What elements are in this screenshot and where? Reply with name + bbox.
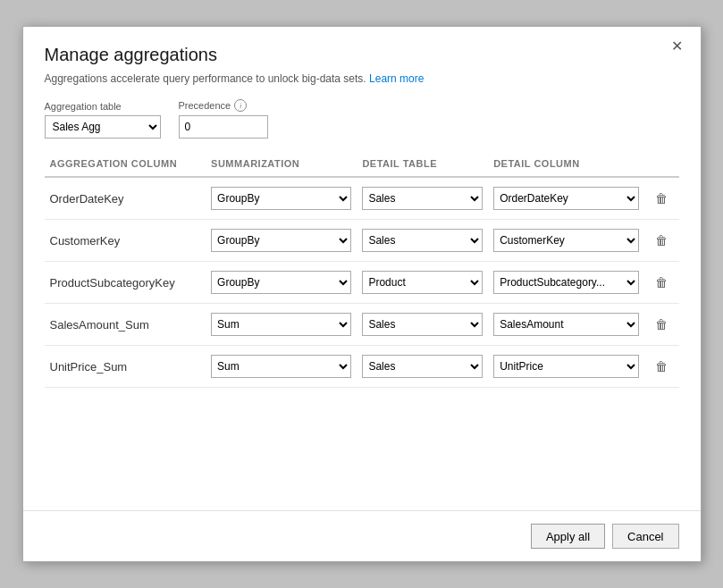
table-row: OrderDateKeyGroupBySumCountMinMaxAverage… bbox=[45, 177, 679, 220]
table-row: ProductSubcategoryKeyGroupBySumCountMinM… bbox=[45, 262, 679, 304]
dialog-subtitle: Aggregations accelerate query performanc… bbox=[45, 72, 679, 85]
agg-table-field: Aggregation table Sales Agg bbox=[45, 101, 161, 139]
summarization-select[interactable]: GroupBySumCountMinMaxAverage bbox=[211, 187, 351, 210]
agg-column-name: CustomerKey bbox=[50, 234, 121, 248]
delete-row-button[interactable]: 🗑 bbox=[652, 315, 671, 333]
detail-column-select[interactable]: UnitPriceOrderDateKeyCustomerKeySalesAmo… bbox=[493, 355, 639, 378]
table-scroll: AGGREGATION COLUMN SUMMARIZATION DETAIL … bbox=[45, 151, 679, 503]
agg-column-name: ProductSubcategoryKey bbox=[50, 276, 175, 290]
detail-column-select[interactable]: SalesAmountOrderDateKeyCustomerKeySalesA… bbox=[493, 313, 639, 336]
detail-table-select[interactable]: SalesProduct bbox=[362, 355, 483, 378]
precedence-field: Precedence i bbox=[179, 99, 268, 139]
dialog-header: Manage aggregations Aggregations acceler… bbox=[23, 27, 701, 99]
apply-all-button[interactable]: Apply all bbox=[531, 524, 605, 549]
detail-column-select[interactable]: OrderDateKeyOrderDateKeyCustomerKeySales… bbox=[493, 187, 639, 210]
table-container: AGGREGATION COLUMN SUMMARIZATION DETAIL … bbox=[23, 151, 701, 503]
detail-column-select[interactable]: CustomerKeyOrderDateKeyCustomerKeySalesA… bbox=[493, 229, 639, 252]
summarization-select[interactable]: GroupBySumCountMinMaxAverage bbox=[211, 313, 351, 336]
table-row: UnitPrice_SumGroupBySumCountMinMaxAverag… bbox=[45, 346, 679, 388]
header-agg-col: AGGREGATION COLUMN bbox=[45, 151, 206, 177]
summarization-select[interactable]: GroupBySumCountMinMaxAverage bbox=[211, 355, 351, 378]
aggregations-table: AGGREGATION COLUMN SUMMARIZATION DETAIL … bbox=[45, 151, 679, 388]
precedence-label: Precedence bbox=[179, 100, 231, 111]
header-detail-table: DETAIL TABLE bbox=[357, 151, 488, 177]
header-summarization: SUMMARIZATION bbox=[206, 151, 357, 177]
detail-table-select[interactable]: SalesProduct bbox=[362, 313, 483, 336]
learn-more-link[interactable]: Learn more bbox=[369, 72, 424, 85]
precedence-input[interactable] bbox=[179, 115, 268, 139]
detail-table-select[interactable]: SalesProduct bbox=[362, 229, 483, 252]
delete-row-button[interactable]: 🗑 bbox=[652, 189, 671, 207]
delete-row-button[interactable]: 🗑 bbox=[652, 273, 671, 291]
close-button[interactable]: ✕ bbox=[666, 38, 688, 55]
dialog-footer: Apply all Cancel bbox=[23, 510, 701, 561]
detail-column-select[interactable]: ProductSubcategory...ProductKeyProductNa… bbox=[493, 271, 639, 294]
agg-table-select[interactable]: Sales Agg bbox=[45, 115, 161, 139]
agg-column-name: UnitPrice_Sum bbox=[50, 360, 128, 374]
delete-row-button[interactable]: 🗑 bbox=[652, 231, 671, 249]
header-detail-col: DETAIL COLUMN bbox=[488, 151, 644, 177]
agg-column-name: SalesAmount_Sum bbox=[50, 318, 149, 332]
agg-table-label: Aggregation table bbox=[45, 101, 161, 112]
summarization-select[interactable]: GroupBySumCountMinMaxAverage bbox=[211, 229, 351, 252]
table-row: SalesAmount_SumGroupBySumCountMinMaxAver… bbox=[45, 304, 679, 346]
table-row: CustomerKeyGroupBySumCountMinMaxAverageS… bbox=[45, 220, 679, 262]
info-icon: i bbox=[234, 99, 247, 112]
controls-row: Aggregation table Sales Agg Precedence i bbox=[23, 99, 701, 151]
cancel-button[interactable]: Cancel bbox=[612, 524, 678, 549]
delete-row-button[interactable]: 🗑 bbox=[652, 357, 671, 375]
manage-aggregations-dialog: ✕ Manage aggregations Aggregations accel… bbox=[22, 26, 702, 562]
detail-table-select[interactable]: SalesProduct bbox=[362, 187, 483, 210]
agg-column-name: OrderDateKey bbox=[50, 192, 124, 206]
dialog-title: Manage aggregations bbox=[45, 45, 679, 65]
summarization-select[interactable]: GroupBySumCountMinMaxAverage bbox=[211, 271, 351, 294]
detail-table-select[interactable]: SalesProduct bbox=[362, 271, 483, 294]
